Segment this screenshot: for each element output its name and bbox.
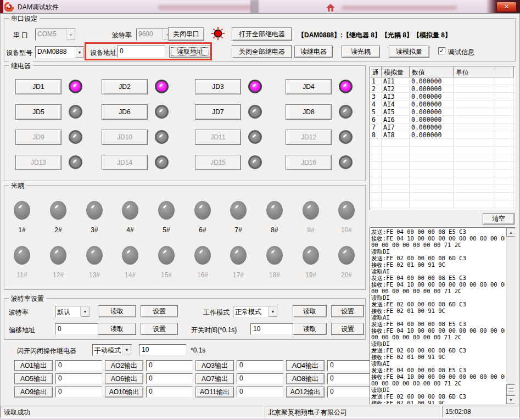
flash-unit-label: *0.1s	[191, 346, 205, 354]
read-address-button[interactable]: 读取地址	[169, 46, 211, 58]
scrollbar-thumb[interactable]	[506, 384, 516, 395]
led-highlight	[159, 109, 163, 113]
led-highlight	[72, 109, 77, 113]
debug-log-area[interactable]: 发送:FE 04 00 00 00 08 E5 C3 接收:FE 04 10 0…	[370, 227, 516, 405]
opto-label-11: 11#	[11, 271, 33, 279]
led-highlight	[252, 83, 256, 88]
table-row[interactable]: 3AI30.000000	[370, 93, 515, 100]
relay-button-jd2[interactable]: JD2	[102, 79, 148, 94]
column-header[interactable]: 通	[370, 66, 382, 77]
table-cell	[454, 100, 495, 108]
flash-time-input[interactable]: 10	[139, 344, 186, 356]
ao-output-input-5[interactable]: 0	[55, 373, 102, 384]
offset-address-input[interactable]: 0	[55, 323, 102, 335]
table-row[interactable]: 5AI50.000000	[370, 108, 515, 116]
ao-output-input-9[interactable]: 0	[55, 387, 102, 397]
relay-led-jd4	[339, 80, 353, 93]
ao-output-button-4[interactable]: AO4输出	[286, 360, 325, 371]
table-row[interactable]: 4AI40.000000	[370, 100, 515, 108]
column-header[interactable]	[495, 66, 514, 77]
ao-output-button-10[interactable]: AO10输出	[105, 387, 143, 397]
table-row[interactable]: 1AI10.000000	[370, 77, 515, 85]
table-row[interactable]: 7AI70.000000	[370, 124, 515, 131]
ao-output-button-2[interactable]: AO2输出	[105, 360, 143, 371]
ao-output-button-12[interactable]: AO12输出	[286, 387, 325, 397]
close-serial-button[interactable]: 关闭串口	[168, 27, 204, 41]
switch-time-input[interactable]: 10	[250, 323, 293, 335]
table-row[interactable]: 2AI20.000000	[370, 85, 515, 93]
log-scrollbar[interactable]: ▲ ▼	[506, 228, 515, 404]
table-cell: 4	[370, 100, 382, 108]
opto-led-4	[122, 201, 138, 220]
switch-time-read-button[interactable]: 读取	[293, 323, 327, 335]
baudrate-set-select[interactable]: 默认 ▼	[55, 306, 90, 317]
table-row[interactable]: 8AI80.000000	[370, 131, 515, 139]
ao-output-input-12[interactable]: 0	[327, 387, 374, 397]
ao-output-button-5[interactable]: AO5输出	[14, 373, 53, 384]
open-all-relays-button[interactable]: 打开全部继电器	[232, 27, 292, 41]
ao-output-input-2[interactable]: 0	[146, 360, 193, 371]
ao-output-input-1[interactable]: 0	[55, 360, 102, 371]
read-relays-button[interactable]: 读继电器	[294, 46, 333, 58]
ao-output-input-10[interactable]: 0	[146, 387, 193, 397]
opto-label-7: 7#	[227, 226, 249, 234]
table-row[interactable]: 6AI60.000000	[370, 116, 515, 124]
group-title: 波特率设置	[9, 294, 46, 304]
ao-output-input-7[interactable]: 0	[237, 373, 283, 384]
read-opto-button[interactable]: 读光耦	[342, 46, 380, 58]
work-mode-select[interactable]: 正常模式 ▼	[233, 306, 278, 317]
device-address-label: 设备地址	[90, 48, 116, 58]
ao-output-button-9[interactable]: AO9输出	[14, 387, 53, 397]
relay-button-jd1[interactable]: JD1	[15, 79, 61, 94]
baudrate-set-button[interactable]: 设置	[141, 305, 178, 317]
ao-output-button-8[interactable]: AO8输出	[286, 373, 325, 384]
ao-output-input-11[interactable]: 0	[237, 387, 283, 397]
ao-output-button-11[interactable]: AO11输出	[195, 387, 234, 397]
column-header[interactable]: 单位	[454, 66, 495, 77]
switch-time-set-button[interactable]: 设置	[331, 323, 364, 335]
baudrate-read-button[interactable]: 读取	[98, 305, 136, 317]
ao-output-button-1[interactable]: AO1输出	[14, 360, 53, 371]
ao-output-input-6[interactable]: 0	[146, 373, 193, 384]
relay-button-jd7[interactable]: JD7	[195, 104, 241, 120]
relay-led-jd3	[248, 80, 262, 93]
relay-led-jd14	[155, 155, 169, 169]
analog-table-header[interactable]: 通模拟量数值单位	[370, 66, 515, 77]
close-button[interactable]: ✕	[496, 2, 517, 12]
table-cell	[495, 177, 514, 184]
relay-button-jd5[interactable]: JD5	[15, 104, 61, 120]
device-model-select[interactable]: DAM0888 ▼	[35, 46, 85, 58]
scroll-up-icon[interactable]: ▲	[506, 228, 516, 237]
baudrate-value: 9600	[137, 29, 163, 40]
work-mode-set-button[interactable]: 设置	[331, 305, 364, 317]
table-cell	[454, 139, 495, 146]
serial-port-select[interactable]: COM5 ▼	[35, 29, 76, 41]
clear-log-button[interactable]: 清空	[483, 213, 515, 225]
column-header[interactable]: 数值	[410, 66, 454, 77]
work-mode-read-button[interactable]: 读取	[293, 305, 327, 317]
table-cell	[454, 193, 495, 200]
offset-set-button[interactable]: 设置	[141, 323, 178, 335]
relay-button-jd8[interactable]: JD8	[286, 104, 332, 120]
ao-output-button-7[interactable]: AO7输出	[195, 373, 234, 384]
device-address-input[interactable]: 0	[117, 46, 165, 58]
relay-button-jd4[interactable]: JD4	[286, 79, 332, 94]
read-analog-button[interactable]: 读模拟量	[389, 46, 429, 58]
table-cell	[495, 100, 514, 108]
column-header[interactable]: 模拟量	[382, 66, 410, 77]
close-all-relays-button[interactable]: 关闭全部继电器	[232, 45, 292, 58]
table-cell	[382, 139, 410, 146]
ao-output-input-3[interactable]: 0	[237, 360, 283, 371]
scroll-down-icon[interactable]: ▼	[506, 395, 516, 404]
relay-button-jd6[interactable]: JD6	[102, 104, 148, 120]
baudrate-select[interactable]: 9600 ▼	[136, 29, 172, 41]
ao-output-button-6[interactable]: AO6输出	[105, 373, 143, 384]
relay-led-jd15	[248, 155, 262, 169]
ao-output-input-8[interactable]: 0	[327, 373, 374, 384]
ao-output-button-3[interactable]: AO3输出	[195, 360, 234, 371]
offset-read-button[interactable]: 读取	[98, 323, 136, 335]
ao-output-input-4[interactable]: 0	[327, 360, 374, 371]
flash-mode-select[interactable]: 手动模式 ▼	[92, 344, 132, 356]
relay-button-jd3[interactable]: JD3	[195, 79, 241, 94]
debug-info-checkbox[interactable]: ✓	[438, 47, 445, 54]
